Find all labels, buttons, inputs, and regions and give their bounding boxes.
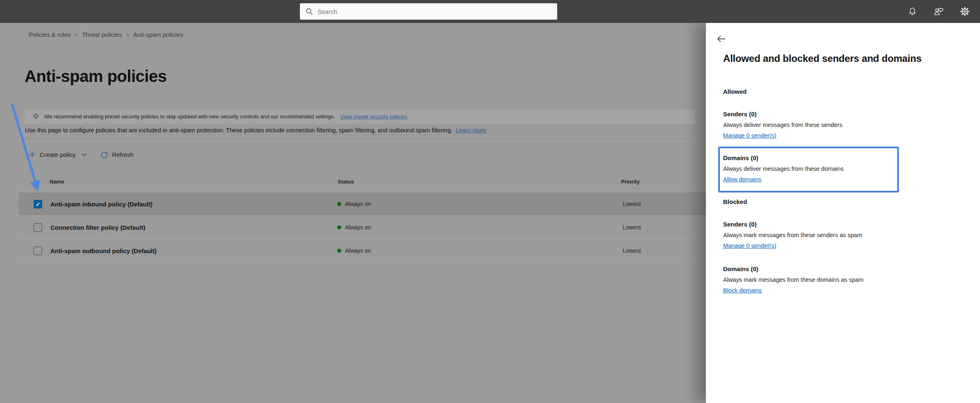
group-description: Always deliver messages from these domai…	[723, 163, 953, 174]
settings-gear-icon[interactable]	[958, 5, 971, 18]
policy-name[interactable]: Anti-spam inbound policy (Default)	[50, 201, 152, 208]
table-header: Name Status Priority	[18, 149, 706, 191]
policy-priority: Lowest	[623, 224, 641, 231]
manage-blocked-senders-link[interactable]: Manage 0 sender(s)	[723, 240, 776, 251]
group-description: Always deliver messages from these sende…	[723, 120, 953, 130]
screen: Policies & rules > Threat policies > Ant…	[0, 0, 980, 403]
table-row[interactable]: Connection filter policy (Default) Alway…	[18, 216, 706, 239]
status-text: Always on	[345, 247, 371, 254]
blocked-domains-group: Domains (0) Always mark messages from th…	[723, 264, 953, 296]
breadcrumb-separator: >	[126, 31, 129, 39]
recommendation-banner: We recommend enabling preset security po…	[25, 109, 695, 124]
breadcrumb: Policies & rules > Threat policies > Ant…	[29, 31, 183, 39]
table-row[interactable]: Anti-spam outbound policy (Default) Alwa…	[18, 239, 706, 263]
back-arrow-icon	[716, 34, 727, 44]
row-checkbox-checked[interactable]: ✓	[34, 200, 42, 208]
group-title: Domains (0)	[723, 153, 953, 163]
policy-status: Always on	[337, 247, 371, 254]
group-description: Always mark messages from these senders …	[723, 230, 953, 240]
status-text: Always on	[345, 201, 371, 207]
flyout-panel: Allowed and blocked senders and domains …	[706, 23, 980, 403]
learn-more-link[interactable]: Learn more	[456, 127, 486, 134]
policy-status: Always on	[337, 201, 371, 207]
breadcrumb-threat-policies[interactable]: Threat policies	[82, 31, 122, 39]
allowed-domains-group: Domains (0) Always deliver messages from…	[723, 153, 953, 185]
block-domains-link[interactable]: Block domains	[723, 285, 762, 296]
breadcrumb-policies-rules[interactable]: Policies & rules	[29, 31, 71, 39]
checkmark-icon: ✓	[36, 202, 41, 207]
status-text: Always on	[345, 224, 371, 231]
policy-status: Always on	[337, 224, 371, 231]
manage-allowed-senders-link[interactable]: Manage 0 sender(s)	[723, 130, 776, 141]
group-title: Senders (0)	[723, 109, 953, 120]
banner-text: We recommend enabling preset security po…	[44, 113, 335, 120]
view-preset-security-policies-link[interactable]: View preset security policies	[340, 113, 407, 120]
feedback-icon[interactable]	[932, 5, 945, 18]
search-box[interactable]	[300, 3, 557, 20]
toolbar-divider	[25, 141, 696, 142]
row-checkbox[interactable]	[34, 223, 42, 232]
group-description: Always mark messages from these domains …	[723, 274, 953, 285]
column-header-priority[interactable]: Priority	[621, 179, 640, 185]
top-bar	[0, 0, 980, 23]
table-row[interactable]: ✓ Anti-spam inbound policy (Default) Alw…	[18, 192, 706, 216]
status-on-dot	[337, 202, 341, 206]
group-title: Senders (0)	[723, 219, 953, 230]
policy-priority: Lowest	[623, 201, 641, 207]
policy-name[interactable]: Connection filter policy (Default)	[50, 224, 145, 231]
policy-name[interactable]: Anti-spam outbound policy (Default)	[50, 247, 157, 254]
notifications-bell-icon[interactable]	[906, 5, 919, 18]
row-checkbox[interactable]	[34, 247, 42, 255]
status-on-dot	[337, 249, 341, 253]
blocked-section-heading: Blocked	[723, 198, 747, 206]
search-icon	[306, 8, 313, 15]
allowed-senders-group: Senders (0) Always deliver messages from…	[723, 109, 953, 141]
column-header-name[interactable]: Name	[50, 179, 64, 185]
description-text: Use this page to configure policies that…	[25, 127, 453, 134]
breadcrumb-anti-spam-policies: Anti-spam policies	[133, 31, 183, 39]
page-title: Anti-spam policies	[25, 66, 167, 87]
allowed-section-heading: Allowed	[723, 88, 747, 96]
back-button[interactable]	[715, 33, 728, 45]
group-title: Domains (0)	[723, 264, 953, 274]
blocked-senders-group: Senders (0) Always mark messages from th…	[723, 219, 953, 251]
main-content: Policies & rules > Threat policies > Ant…	[0, 23, 706, 403]
policy-priority: Lowest	[623, 247, 641, 254]
column-header-status[interactable]: Status	[338, 179, 354, 185]
status-on-dot	[337, 225, 341, 229]
search-input[interactable]	[318, 8, 551, 15]
breadcrumb-separator: >	[75, 31, 78, 39]
panel-title: Allowed and blocked senders and domains	[723, 52, 961, 65]
page-description: Use this page to configure policies that…	[25, 126, 486, 134]
lightbulb-icon	[32, 113, 40, 120]
allow-domains-link[interactable]: Allow domains	[723, 174, 762, 185]
